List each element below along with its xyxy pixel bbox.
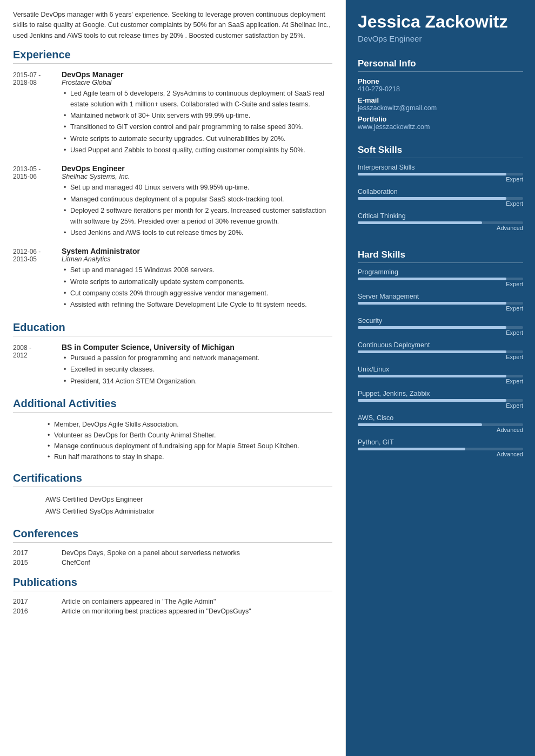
skill-name: Critical Thinking (358, 212, 523, 220)
right-column: Jessica Zackowitz DevOps Engineer Person… (346, 0, 535, 756)
conf-item-1: 2017 DevOps Days, Spoke on a panel about… (13, 549, 332, 557)
exp-title-2: DevOps Engineer (62, 164, 332, 173)
phone-value: 410-279-0218 (358, 85, 523, 93)
education-section: Education 2008 -2012 BS in Computer Scie… (13, 321, 332, 388)
skill-level: Expert (358, 354, 523, 360)
skill-level: Expert (358, 305, 523, 312)
bullet: Wrote scripts to automate security upgra… (62, 134, 332, 144)
skill-level: Advanced (358, 427, 523, 433)
bullet: Set up and managed 40 Linux servers with… (62, 183, 332, 193)
skill-level: Advanced (358, 451, 523, 457)
skill-bar-bg (358, 302, 523, 305)
skill-bar-bg (358, 173, 523, 176)
experience-section: Experience 2015-07 -2018-08 DevOps Manag… (13, 49, 332, 312)
skill-bar-bg (358, 221, 523, 224)
cert-item-1: AWS Certified DevOps Engineer (45, 494, 332, 506)
conf-text-2: ChefConf (62, 559, 90, 566)
exp-content-2: DevOps Engineer Shellnac Systems, Inc. S… (62, 164, 332, 239)
skill-collaboration: Collaboration Expert (358, 188, 523, 207)
certifications-title: Certifications (13, 472, 332, 487)
skill-name: Collaboration (358, 188, 523, 195)
bullet: Excelled in security classes. (62, 364, 332, 375)
skill-bar-bg (358, 278, 523, 280)
bullet: Run half marathons to stay in shape. (45, 451, 332, 462)
education-title: Education (13, 321, 332, 336)
skill-bar-fill (358, 197, 506, 200)
edu-item-1: 2008 -2012 BS in Computer Science, Unive… (13, 343, 332, 388)
exp-content-3: System Administrator Litman Analytics Se… (62, 247, 332, 312)
exp-bullets-2: Set up and managed 40 Linux servers with… (62, 183, 332, 238)
conferences-section: Conferences 2017 DevOps Days, Spoke on a… (13, 528, 332, 566)
portfolio-value: www.jesszackowitz.com (358, 123, 523, 131)
conf-year-1: 2017 (13, 549, 62, 557)
skill-continuous-deployment: Continuous Deployment Expert (358, 341, 523, 360)
skill-level: Expert (358, 402, 523, 409)
right-header: Jessica Zackowitz DevOps Engineer (346, 0, 535, 51)
skill-bar-bg (358, 326, 523, 329)
skill-server-mgmt: Server Management Expert (358, 293, 523, 312)
skill-name: Continuous Deployment (358, 341, 523, 349)
skill-bar-bg (358, 350, 523, 353)
skill-bar-bg (358, 423, 523, 426)
bullet: Maintained network of 30+ Unix servers w… (62, 111, 332, 121)
bullet: Transitioned to GIT version control and … (62, 122, 332, 132)
skill-level: Expert (358, 200, 523, 207)
summary-text: Versatile DevOps manager with 6 years' e… (13, 10, 332, 41)
exp-company-3: Litman Analytics (62, 255, 332, 263)
skill-interpersonal: Interpersonal Skills Expert (358, 164, 523, 183)
bullet: Volunteer as DevOps for Berth County Ani… (45, 430, 332, 441)
skill-bar-fill (358, 423, 482, 426)
skill-bar-fill (358, 399, 506, 402)
bullet: Assisted with refining the Software Deve… (62, 300, 332, 310)
skill-bar-bg (358, 197, 523, 200)
skill-bar-fill (358, 173, 506, 176)
soft-skills-section: Soft Skills Interpersonal Skills Expert … (346, 137, 535, 242)
hard-skills-section: Hard Skills Programming Expert Server Ma… (346, 242, 535, 468)
cert-list: AWS Certified DevOps Engineer AWS Certif… (13, 494, 332, 518)
skill-name: Interpersonal Skills (358, 164, 523, 171)
skill-python-git: Python, GIT Advanced (358, 438, 523, 457)
conf-text-1: DevOps Days, Spoke on a panel about serv… (62, 549, 240, 557)
skill-bar-fill (358, 278, 506, 280)
bullet: Led Agile team of 5 developers, 2 SysAdm… (62, 89, 332, 110)
skill-level: Expert (358, 176, 523, 183)
personal-info-section: Personal Info Phone 410-279-0218 E-mail … (346, 51, 535, 137)
edu-content-1: BS in Computer Science, University of Mi… (62, 343, 332, 388)
skill-security: Security Expert (358, 317, 523, 336)
skill-unix-linux: Unix/Linux Expert (358, 366, 523, 384)
portfolio-label: Portfolio (358, 115, 523, 123)
bullet: President, 314 Action STEM Organization. (62, 376, 332, 387)
bullet: Set up and managed 15 Windows 2008 serve… (62, 265, 332, 275)
exp-item-1: 2015-07 -2018-08 DevOps Manager Frostacr… (13, 70, 332, 157)
publications-section: Publications 2017 Article on containers … (13, 576, 332, 615)
additional-section: Additional Activities Member, DevOps Agi… (13, 397, 332, 462)
certifications-section: Certifications AWS Certified DevOps Engi… (13, 472, 332, 518)
bullet: Pursued a passion for programming and ne… (62, 353, 332, 363)
personal-info-title: Personal Info (358, 58, 523, 72)
skill-bar-bg (358, 375, 523, 377)
pub-year-1: 2017 (13, 598, 62, 605)
left-column: Versatile DevOps manager with 6 years' e… (0, 0, 346, 756)
email-value: jesszackowitz@gmail.com (358, 104, 523, 112)
candidate-role: DevOps Engineer (358, 34, 523, 43)
skill-bar-bg (358, 448, 523, 450)
exp-item-3: 2012-06 -2013-05 System Administrator Li… (13, 247, 332, 312)
candidate-name: Jessica Zackowitz (358, 12, 523, 32)
exp-bullets-3: Set up and managed 15 Windows 2008 serve… (62, 265, 332, 310)
exp-title-3: System Administrator (62, 247, 332, 255)
skill-critical-thinking: Critical Thinking Advanced (358, 212, 523, 231)
conf-item-2: 2015 ChefConf (13, 559, 332, 566)
additional-title: Additional Activities (13, 397, 332, 413)
skill-level: Expert (358, 378, 523, 384)
bullet: Wrote scripts to automatically update sy… (62, 277, 332, 287)
conf-year-2: 2015 (13, 559, 62, 566)
exp-dates-3: 2012-06 -2013-05 (13, 247, 62, 312)
skill-level: Expert (358, 329, 523, 336)
bullet: Used Jenkins and AWS tools to cut releas… (62, 228, 332, 238)
bullet: Used Puppet and Zabbix to boost quality,… (62, 145, 332, 156)
email-label: E-mail (358, 96, 523, 104)
skill-bar-fill (358, 302, 506, 305)
skill-bar-fill (358, 326, 506, 329)
skill-name: AWS, Cisco (358, 414, 523, 422)
edu-dates-1: 2008 -2012 (13, 343, 62, 388)
